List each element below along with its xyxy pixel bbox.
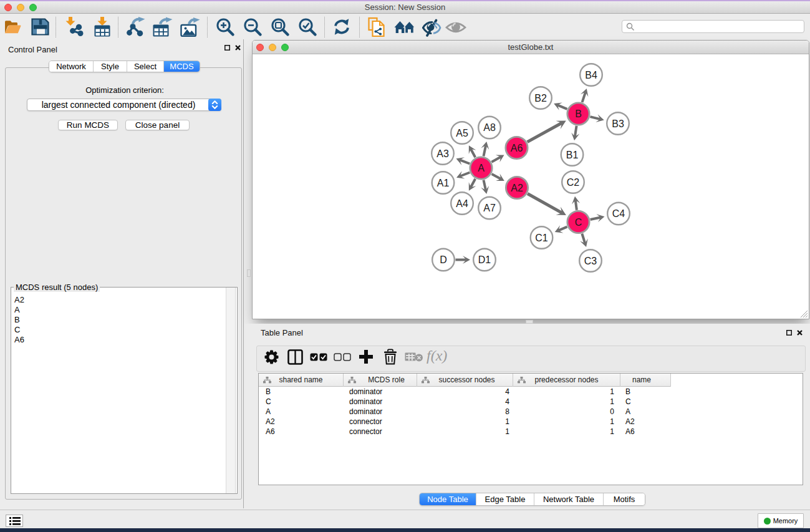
- svg-text:C4: C4: [612, 208, 625, 219]
- svg-text:A3: A3: [436, 148, 449, 159]
- svg-text:A7: A7: [483, 203, 496, 213]
- svg-text:B3: B3: [612, 118, 624, 129]
- svg-text:A6: A6: [511, 143, 523, 153]
- svg-text:A1: A1: [437, 178, 450, 188]
- svg-text:B1: B1: [566, 150, 579, 160]
- svg-text:A5: A5: [456, 128, 468, 138]
- svg-text:B4: B4: [585, 70, 597, 80]
- svg-text:A2: A2: [511, 183, 523, 193]
- svg-text:C2: C2: [567, 177, 580, 188]
- svg-text:D: D: [440, 254, 447, 265]
- svg-text:D1: D1: [478, 254, 491, 265]
- svg-text:C3: C3: [584, 256, 597, 266]
- svg-text:B: B: [575, 109, 582, 119]
- svg-text:C: C: [575, 217, 582, 228]
- svg-text:C1: C1: [535, 233, 548, 243]
- svg-text:A: A: [478, 163, 485, 173]
- svg-text:A8: A8: [483, 122, 496, 133]
- svg-text:B2: B2: [534, 93, 547, 104]
- svg-text:A4: A4: [456, 198, 468, 209]
